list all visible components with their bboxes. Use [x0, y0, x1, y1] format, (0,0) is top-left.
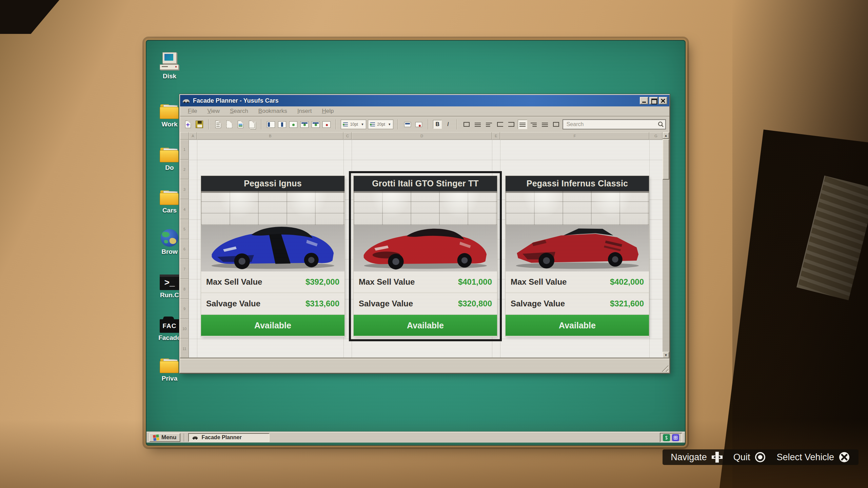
- column-header[interactable]: D: [352, 132, 492, 140]
- search-icon[interactable]: [657, 121, 664, 128]
- resize-grip[interactable]: [660, 364, 668, 372]
- desktop-icon-disk[interactable]: Disk: [154, 52, 185, 80]
- system-tray: [660, 433, 682, 442]
- menu-insert[interactable]: Insert: [293, 107, 316, 115]
- row-headers: 1 2 3 4 5 6 7 8 9 10 11: [180, 140, 189, 359]
- italic-button[interactable]: I: [443, 120, 452, 129]
- hint-select-vehicle: Select Vehicle: [776, 451, 850, 463]
- row-header[interactable]: 9: [180, 299, 189, 319]
- row-header[interactable]: 7: [180, 259, 189, 279]
- layout-dot-button[interactable]: [289, 120, 298, 129]
- layout-header-dot2-button[interactable]: [311, 120, 320, 129]
- spacing-button-a[interactable]: [403, 120, 412, 129]
- column-header[interactable]: C: [343, 132, 352, 140]
- money-tray-icon[interactable]: [663, 434, 670, 441]
- align-paragraph-button[interactable]: [518, 120, 527, 129]
- align-justify-button[interactable]: [473, 120, 482, 129]
- vehicle-name: Pegassi Infernus Classic: [527, 179, 628, 188]
- font-size-value: 10pt: [350, 122, 359, 127]
- vehicle-card-itali-gto[interactable]: Grotti Itali GTO Stinger TT: [354, 176, 497, 337]
- row-header[interactable]: 4: [180, 199, 189, 219]
- paragraph-icon: [370, 122, 375, 126]
- row-header[interactable]: 6: [180, 239, 189, 259]
- align-right-button[interactable]: [529, 120, 538, 129]
- vehicle-image: [506, 191, 649, 271]
- vehicle-card-ignus[interactable]: Pegassi Ignus: [201, 176, 344, 337]
- menu-bookmarks[interactable]: Bookmarks: [254, 107, 292, 115]
- corner-header-cell[interactable]: [180, 132, 189, 140]
- close-button[interactable]: [659, 97, 667, 104]
- layout-record-button[interactable]: [322, 120, 331, 129]
- max-sell-value: $392,000: [305, 277, 339, 287]
- column-header[interactable]: E: [492, 132, 500, 140]
- column-header[interactable]: A: [189, 132, 197, 140]
- row-header[interactable]: 2: [180, 160, 189, 180]
- indent-right-button[interactable]: [507, 120, 516, 129]
- layout-bar-mid-button[interactable]: [277, 120, 287, 129]
- font-size-dropdown-b[interactable]: 20pt ▼: [368, 120, 393, 129]
- row-header[interactable]: 5: [180, 219, 189, 239]
- max-sell-label: Max Sell Value: [206, 277, 262, 287]
- start-menu-button[interactable]: Menu: [149, 433, 180, 442]
- toolbar: 10pt ▼ 20pt ▼ B I: [180, 117, 669, 132]
- hint-label: Navigate: [671, 452, 707, 463]
- align-book-button[interactable]: [462, 120, 471, 129]
- hint-label: Quit: [733, 452, 750, 463]
- available-button[interactable]: Available: [506, 315, 649, 336]
- copy-pages-button[interactable]: [247, 120, 257, 129]
- column-header[interactable]: F: [500, 132, 649, 140]
- menu-search[interactable]: Search: [225, 107, 253, 115]
- scroll-down-icon[interactable]: ▼: [663, 352, 669, 359]
- scrollbar-thumb[interactable]: [663, 139, 669, 180]
- indent-left-button[interactable]: [495, 120, 505, 129]
- car-illustration-red-classic: [510, 217, 645, 270]
- window-tray-icon[interactable]: [672, 434, 679, 441]
- vehicle-name: Grotti Itali GTO Stinger TT: [372, 179, 479, 188]
- monitor-bezel: Disk Work Do Cars Brow >_ Run.C FAC Faca…: [0, 0, 868, 488]
- minimize-button[interactable]: [640, 97, 648, 104]
- new-document-button[interactable]: [183, 120, 193, 129]
- max-sell-value: $402,000: [610, 277, 644, 287]
- controller-hints-bar: Navigate Quit Select Vehicle: [663, 449, 859, 465]
- row-header[interactable]: 1: [180, 140, 189, 160]
- grid-line: [197, 140, 197, 359]
- outline-button[interactable]: [551, 120, 561, 129]
- os-logo-icon: [153, 434, 159, 441]
- row-header[interactable]: 10: [180, 319, 189, 339]
- insert-image-button[interactable]: [236, 120, 245, 129]
- menu-file[interactable]: File: [183, 107, 201, 115]
- available-button[interactable]: Available: [201, 315, 344, 336]
- column-header[interactable]: G: [649, 132, 663, 140]
- status-bar: [180, 359, 669, 373]
- spacing-button-b[interactable]: [414, 120, 423, 129]
- status-badge: Available: [254, 321, 291, 330]
- maximize-button[interactable]: [649, 97, 658, 104]
- row-header[interactable]: 11: [180, 339, 189, 359]
- document-dashed-button[interactable]: [225, 120, 234, 129]
- menu-help[interactable]: Help: [317, 107, 338, 115]
- row-header[interactable]: 8: [180, 279, 189, 299]
- menu-view[interactable]: View: [203, 107, 224, 115]
- save-button[interactable]: [195, 120, 204, 129]
- layout-bar-left-button[interactable]: [266, 120, 276, 129]
- line-spacing-button[interactable]: [540, 120, 550, 129]
- column-header[interactable]: B: [197, 132, 343, 140]
- taskbar-divider: [184, 433, 185, 442]
- row-header[interactable]: 3: [180, 179, 189, 199]
- font-size-dropdown-a[interactable]: 10pt ▼: [341, 120, 366, 129]
- available-button[interactable]: Available: [354, 315, 497, 336]
- scene-shadow-top-left: [0, 0, 59, 34]
- toolbar-separator: [209, 119, 209, 129]
- bold-button[interactable]: B: [433, 120, 442, 129]
- vehicle-image: [201, 191, 344, 271]
- vertical-scrollbar[interactable]: ▲ ▼: [663, 132, 669, 359]
- vehicle-card-infernus-classic[interactable]: Pegassi Infernus Classic: [506, 176, 649, 337]
- scroll-up-icon[interactable]: ▲: [663, 132, 669, 139]
- task-button-facade-planner[interactable]: Facade Planner: [188, 433, 270, 442]
- document-button[interactable]: [214, 120, 223, 129]
- max-sell-label: Max Sell Value: [511, 277, 567, 287]
- layout-header-dot-button[interactable]: [300, 120, 309, 129]
- search-input[interactable]: [563, 119, 666, 129]
- align-left-button[interactable]: [484, 120, 494, 129]
- window-titlebar[interactable]: Facade Planner - Yusufs Cars: [180, 95, 669, 106]
